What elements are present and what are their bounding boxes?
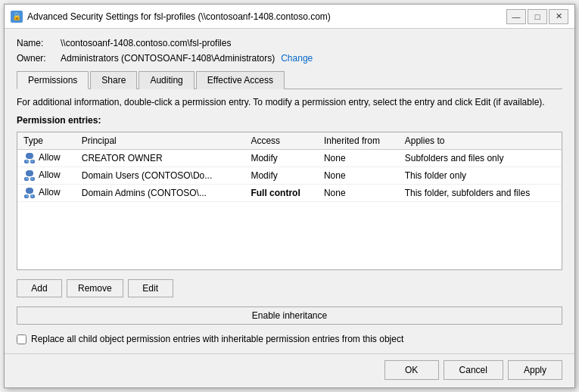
cell-inherited-from: None [318,185,399,202]
svg-rect-10 [26,188,33,194]
info-text: For additional information, double-click… [17,97,562,107]
cell-principal: Domain Admins (CONTOSO\... [76,185,245,202]
col-access: Access [244,132,317,150]
close-button[interactable]: ✕ [549,9,568,24]
col-applies-to: Applies to [399,132,562,150]
cell-inherited-from: None [318,150,399,167]
owner-value: Administrators (CONTOSOANF-1408\Administ… [61,53,275,64]
cancel-button[interactable]: Cancel [444,360,503,380]
main-content: Name: \\contosoanf-1408.contoso.com\fsl-… [5,29,574,353]
col-inherited-from: Inherited from [318,132,399,150]
permissions-table-container[interactable]: Type Principal Access Inherited from App… [17,132,562,270]
owner-label: Owner: [17,53,54,64]
cell-inherited-from: None [318,167,399,185]
main-window: 🔒 Advanced Security Settings for fsl-pro… [4,4,575,388]
ok-button[interactable]: OK [384,360,439,380]
table-row[interactable]: AllowDomain Admins (CONTOSO\...Full cont… [17,185,562,202]
cell-applies-to: This folder, subfolders and files [399,185,562,202]
cell-type: Allow [17,185,76,202]
cell-type: Allow [17,150,76,167]
svg-rect-5 [26,170,33,176]
cell-access: Modify [244,150,317,167]
svg-point-9 [31,178,33,180]
name-value: \\contosoanf-1408.contoso.com\fsl-profil… [61,38,231,48]
user-icon [23,152,36,164]
name-label: Name: [17,38,54,48]
tab-permissions[interactable]: Permissions [17,71,89,89]
tabs-bar: Permissions Share Auditing Effective Acc… [17,71,562,89]
edit-button[interactable]: Edit [128,279,173,297]
add-button[interactable]: Add [17,279,62,297]
replace-checkbox-label: Replace all child object permission entr… [31,334,403,344]
name-row: Name: \\contosoanf-1408.contoso.com\fsl-… [17,38,562,48]
title-bar-controls: — □ ✕ [506,9,568,24]
cell-access: Full control [244,185,317,202]
table-header-row: Type Principal Access Inherited from App… [17,132,562,150]
cell-type: Allow [17,167,76,185]
window-icon: 🔒 [11,11,23,23]
svg-point-3 [26,160,28,163]
owner-row: Owner: Administrators (CONTOSOANF-1408\A… [17,53,562,64]
maximize-button[interactable]: □ [528,9,547,24]
window-title: Advanced Security Settings for fsl-profi… [27,11,506,22]
user-icon [23,170,36,182]
tab-share[interactable]: Share [90,71,137,89]
tab-auditing[interactable]: Auditing [139,71,194,89]
replace-checkbox[interactable] [17,334,26,344]
apply-button[interactable]: Apply [508,360,562,380]
section-label: Permission entries: [17,115,562,126]
permissions-table: Type Principal Access Inherited from App… [17,132,562,202]
title-bar: 🔒 Advanced Security Settings for fsl-pro… [5,5,574,29]
svg-point-14 [31,195,33,198]
col-type: Type [17,132,76,150]
cell-principal: Domain Users (CONTOSO\Do... [76,167,245,185]
table-row[interactable]: AllowCREATOR OWNERModifyNoneSubfolders a… [17,150,562,167]
cell-access: Modify [244,167,317,185]
svg-point-13 [26,195,28,198]
cell-principal: CREATOR OWNER [76,150,245,167]
remove-button[interactable]: Remove [67,279,123,297]
user-icon [23,187,36,199]
bottom-buttons: OK Cancel Apply [5,353,574,387]
replace-checkbox-row: Replace all child object permission entr… [17,334,562,344]
table-row[interactable]: AllowDomain Users (CONTOSO\Do...ModifyNo… [17,167,562,185]
table-action-buttons: Add Remove Edit [17,279,562,297]
minimize-button[interactable]: — [506,9,526,24]
svg-point-4 [31,160,33,163]
svg-rect-0 [26,153,33,159]
tab-effective-access[interactable]: Effective Access [196,71,285,89]
enable-inheritance-button[interactable]: Enable inheritance [17,306,562,325]
col-principal: Principal [76,132,245,150]
change-owner-button[interactable]: Change [281,53,313,64]
cell-applies-to: This folder only [399,167,562,185]
svg-point-8 [26,178,28,180]
cell-applies-to: Subfolders and files only [399,150,562,167]
